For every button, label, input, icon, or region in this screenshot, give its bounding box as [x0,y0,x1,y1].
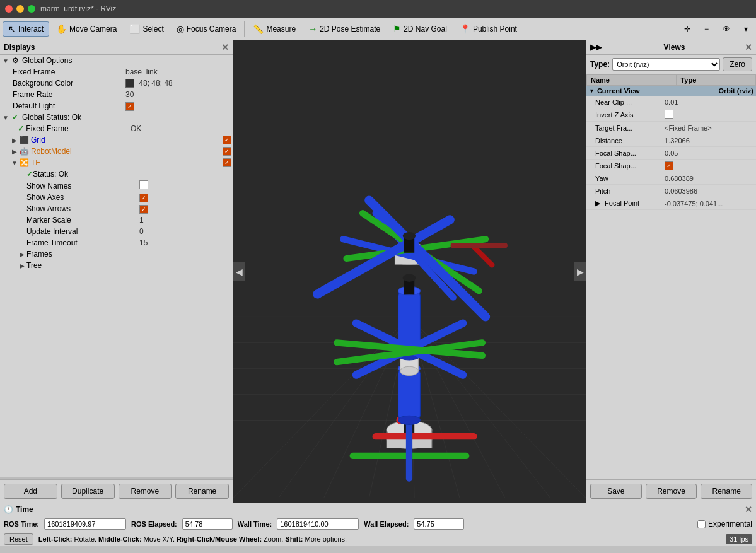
views-panel-close[interactable]: ✕ [745,42,752,52]
publish-point-icon: 📍 [460,24,470,34]
reset-button[interactable]: Reset [4,533,33,545]
maximize-button[interactable] [28,5,35,13]
settings-button[interactable]: ▾ [738,22,753,36]
tf-status-label: Status: Ok [33,170,231,178]
views-zero-button[interactable]: Zero [723,57,752,71]
update-interval-value[interactable]: 0 [139,227,231,236]
show-axes-check-icon: ✓ [139,194,148,202]
ros-time-input[interactable] [44,518,126,530]
global-options-icon: ⚙ [10,55,20,66]
add-button[interactable]: Add [4,484,57,499]
focus-camera-icon: ◎ [177,24,184,34]
toolbar: ↖ Interact ✋ Move Camera ⬜ Select ◎ Focu… [0,18,756,40]
show-names-checkbox[interactable] [139,180,231,191]
tf-item[interactable]: ▼ 🔀 TF ✓ [0,157,233,168]
grid-label: Grid [31,136,223,144]
pose-estimate-button[interactable]: → 2D Pose Estimate [303,21,386,37]
marker-scale-row: Marker Scale 1 [0,214,233,226]
add-display-button[interactable]: ✛ [678,22,696,36]
frame-rate-label: Frame Rate [13,90,123,99]
robot-model-item[interactable]: ▶ 🤖 RobotModel ✓ [0,146,233,157]
grid-checkbox[interactable]: ✓ [223,136,231,144]
grid-item[interactable]: ▶ ⬛ Grid ✓ [0,134,233,146]
invert-z-check-icon [665,110,673,119]
yaw-value[interactable]: 0.680389 [665,175,753,182]
views-type-select[interactable]: Orbit (rviz) [612,58,720,71]
tree-item[interactable]: ▶ Tree [0,260,233,271]
near-clip-value[interactable]: 0.01 [665,98,753,106]
tf-status-item: ✓ Status: Ok [0,168,233,180]
time-panel-close[interactable]: ✕ [745,504,752,515]
global-options-item[interactable]: ▼ ⚙ Global Options [0,55,233,66]
time-panel-title: Time [16,505,33,514]
bg-color-text: 48; 48; 48 [139,79,172,88]
current-view-type: Orbit (rviz) [718,87,753,95]
viewport-nav-left[interactable]: ◀ [233,262,245,281]
remove-button[interactable]: Remove [119,484,172,499]
invert-z-checkbox[interactable] [665,110,753,120]
distance-value[interactable]: 1.32066 [665,137,753,144]
show-names-row: Show Names [0,180,233,192]
robot-model-checkbox[interactable]: ✓ [223,147,231,156]
publish-point-button[interactable]: 📍 Publish Point [454,21,523,37]
frame-timeout-label: Frame Timeout [26,238,137,247]
displays-panel-close[interactable]: ✕ [221,42,229,52]
frame-timeout-value[interactable]: 15 [139,238,231,247]
robot-visualization[interactable] [233,40,586,503]
time-panel-header: 🕐 Time ✕ [0,503,756,516]
grid-icon: ⬛ [19,135,29,145]
pitch-value[interactable]: 0.0603986 [665,187,753,195]
current-view-header[interactable]: ▼ Current View Orbit (rviz) [586,86,756,96]
minimize-button[interactable] [16,5,24,13]
move-camera-button[interactable]: ✋ Move Camera [50,21,122,37]
views-remove-button[interactable]: Remove [646,484,697,499]
experimental-checkbox[interactable] [697,520,706,528]
window-controls[interactable] [5,5,35,13]
publish-point-label: Publish Point [473,25,517,33]
bg-color-row: Background Color 48; 48; 48 [0,78,233,89]
views-save-button[interactable]: Save [590,484,642,499]
focal-shape1-value[interactable]: 0.05 [665,149,753,157]
marker-scale-value[interactable]: 1 [139,216,231,224]
focal-shape1-label: Focal Shap... [589,149,665,157]
interact-button[interactable]: ↖ Interact [3,21,49,37]
show-axes-row: Show Axes ✓ [0,192,233,203]
global-status-item[interactable]: ▼ ✓ Global Status: Ok [0,112,233,123]
eye-button[interactable]: 👁 [717,22,736,36]
show-axes-checkbox[interactable]: ✓ [139,193,231,202]
displays-panel-title: Displays [4,43,35,52]
wall-time-input[interactable] [277,518,359,530]
grid-expand-arrow: ▶ [10,137,19,144]
frames-item[interactable]: ▶ Frames [0,248,233,260]
move-camera-label: Move Camera [69,25,117,33]
rename-button[interactable]: Rename [175,484,229,499]
fixed-frame-value[interactable]: base_link [125,67,231,76]
duplicate-button[interactable]: Duplicate [61,484,115,499]
focus-camera-button[interactable]: ◎ Focus Camera [171,21,242,37]
viewport-3d[interactable]: ◀ ▶ [233,40,586,503]
target-frame-value[interactable]: <Fixed Frame> [665,124,753,132]
minus-button[interactable]: − [699,22,714,36]
show-arrows-checkbox[interactable]: ✓ [139,204,231,214]
views-rename-button[interactable]: Rename [701,484,752,499]
frame-rate-value[interactable]: 30 [125,90,231,99]
focal-point-value: -0.037475; 0.041... [665,200,753,207]
nav-goal-button[interactable]: ⚑ 2D Nav Goal [387,21,453,37]
focal-point-label: ▶ Focal Point [589,199,665,207]
measure-button[interactable]: 📏 Measure [247,21,301,37]
pitch-row: Pitch 0.0603986 [586,185,756,197]
wall-elapsed-input[interactable] [414,518,464,530]
fixed-frame-label: Fixed Frame [13,67,123,76]
frames-label: Frames [26,250,231,259]
close-button[interactable] [5,5,13,13]
default-light-checkbox[interactable]: ✓ [125,102,231,111]
tree-arrow: ▶ [18,262,26,269]
focal-shape2-label: Focal Shap... [589,162,665,170]
focal-point-expand[interactable]: ▶ [595,199,600,207]
ros-elapsed-input[interactable] [182,518,233,530]
focal-shape2-checkbox[interactable]: ✓ [665,161,753,170]
select-button[interactable]: ⬜ Select [124,21,169,37]
global-status-label: Global Status: Ok [22,113,231,122]
viewport-nav-right[interactable]: ▶ [574,262,586,281]
tf-checkbox[interactable]: ✓ [223,158,231,167]
